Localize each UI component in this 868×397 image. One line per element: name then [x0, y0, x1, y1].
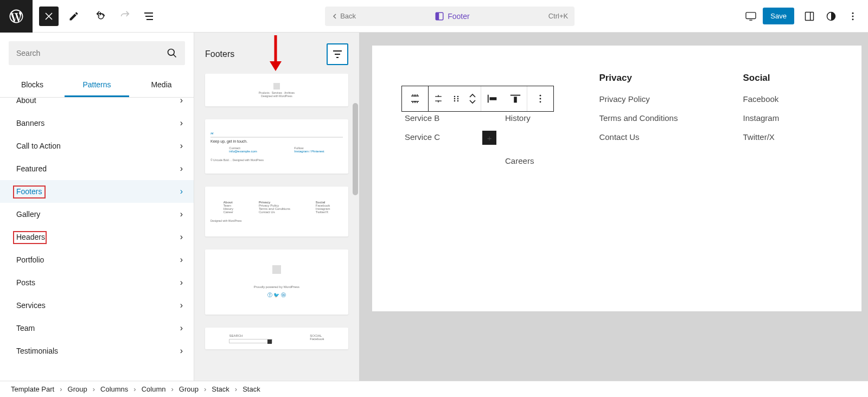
svg-point-16: [457, 100, 459, 102]
pattern-thumbnail[interactable]: SEARCHSOCIALFacebook: [205, 328, 348, 349]
pattern-thumbnail[interactable]: AboutTeamHistoryCareerPrivacyPrivacy Pol…: [205, 187, 348, 236]
back-label: Back: [340, 12, 356, 20]
svg-point-8: [852, 18, 853, 20]
breadcrumb-item[interactable]: Columns: [100, 385, 128, 393]
svg-rect-18: [490, 97, 497, 100]
chevron-right-icon: ›: [180, 323, 183, 333]
document-bar[interactable]: Back Footer Ctrl+K: [325, 7, 575, 26]
tab-media[interactable]: Media: [129, 74, 194, 97]
block-type-icon[interactable]: [402, 86, 428, 111]
device-preview-icon[interactable]: [741, 7, 761, 26]
tab-patterns[interactable]: Patterns: [65, 74, 129, 97]
move-up-icon[interactable]: [469, 93, 476, 99]
footer-column[interactable]: Social Facebook Instagram Twitter/X: [743, 73, 779, 175]
category-item-headers[interactable]: Headers ›: [0, 226, 194, 248]
svg-point-7: [852, 15, 853, 17]
category-item[interactable]: Banners›: [0, 112, 194, 135]
svg-point-22: [540, 98, 541, 100]
patterns-panel: Footers Products · Services · Archives D…: [194, 33, 359, 381]
pattern-thumbnail[interactable]: Products · Services · Archives Designed …: [205, 74, 348, 106]
undo-icon[interactable]: [91, 7, 111, 26]
editor-canvas[interactable]: x Service A Service B Service C x Team H…: [359, 33, 868, 381]
move-down-icon[interactable]: [469, 99, 476, 104]
svg-point-21: [540, 95, 541, 97]
svg-point-11: [454, 96, 456, 98]
styles-icon[interactable]: [821, 7, 841, 26]
category-item[interactable]: Gallery›: [0, 203, 194, 226]
category-item[interactable]: Posts›: [0, 271, 194, 294]
svg-point-14: [457, 98, 459, 100]
chevron-right-icon: ›: [180, 187, 183, 196]
right-tools: Save: [741, 7, 868, 26]
search-input[interactable]: [16, 49, 167, 57]
align-icon[interactable]: [481, 86, 504, 111]
search-icon: [167, 48, 177, 59]
block-toolbar: [401, 86, 554, 112]
breadcrumb-item[interactable]: Group: [179, 385, 199, 393]
svg-point-15: [454, 100, 456, 102]
scrollbar-thumb[interactable]: [353, 103, 358, 195]
svg-rect-2: [746, 12, 756, 18]
category-item[interactable]: Testimonials›: [0, 340, 194, 362]
breadcrumb-item[interactable]: Stack: [242, 385, 260, 393]
top-toolbar: Back Footer Ctrl+K Save: [0, 0, 868, 33]
save-button[interactable]: Save: [763, 8, 794, 24]
footer-column[interactable]: Privacy Privacy Policy Terms and Conditi…: [599, 73, 678, 175]
chevron-right-icon: ›: [180, 164, 183, 174]
sidebar-toggle-icon[interactable]: [800, 7, 819, 26]
redo-icon: [115, 7, 135, 26]
command-shortcut: Ctrl+K: [548, 12, 568, 20]
search-box[interactable]: [9, 41, 185, 65]
inserter-tabs: Blocks Patterns Media: [0, 74, 194, 98]
add-block-button[interactable]: +: [482, 131, 496, 145]
svg-point-9: [168, 49, 175, 56]
breadcrumb-item[interactable]: Column: [142, 385, 166, 393]
pattern-thumbnail[interactable]: /#/ Keep up, get in touch. Contactinfo@e…: [205, 119, 348, 174]
list-view-icon[interactable]: [139, 7, 158, 26]
chevron-right-icon: ›: [180, 118, 183, 128]
back-button[interactable]: Back: [331, 12, 356, 20]
main-area: Blocks Patterns Media About› Banners› Ca…: [0, 33, 868, 381]
breadcrumb-item[interactable]: Template Part: [11, 385, 54, 393]
parent-block-icon[interactable]: [429, 86, 448, 111]
drag-handle-icon[interactable]: [448, 86, 464, 111]
document-title[interactable]: Footer: [356, 11, 548, 21]
svg-point-12: [457, 96, 459, 98]
svg-rect-1: [436, 12, 439, 20]
svg-rect-20: [514, 97, 517, 103]
close-button[interactable]: [39, 7, 59, 26]
category-item[interactable]: Services›: [0, 294, 194, 317]
category-item-footers[interactable]: Footers ›: [0, 180, 194, 203]
category-item[interactable]: Featured›: [0, 157, 194, 180]
svg-point-13: [454, 98, 456, 100]
svg-line-10: [174, 55, 176, 57]
chevron-right-icon: ›: [180, 141, 183, 151]
patterns-panel-title: Footers: [205, 49, 234, 59]
svg-point-23: [540, 101, 541, 103]
chevron-right-icon: ›: [180, 278, 183, 287]
category-item[interactable]: Team›: [0, 317, 194, 340]
block-breadcrumb: Template Part› Group› Columns› Column› G…: [0, 381, 868, 397]
svg-point-6: [852, 12, 853, 14]
chevron-right-icon: ›: [180, 98, 183, 105]
block-options-icon[interactable]: [527, 86, 553, 111]
breadcrumb-item[interactable]: Stack: [212, 385, 229, 393]
category-item[interactable]: About›: [0, 98, 194, 112]
wordpress-logo[interactable]: [0, 0, 33, 33]
chevron-right-icon: ›: [180, 209, 183, 219]
svg-rect-3: [805, 12, 813, 20]
inserter-sidebar: Blocks Patterns Media About› Banners› Ca…: [0, 33, 194, 381]
chevron-right-icon: ›: [180, 346, 183, 356]
chevron-right-icon: ›: [180, 232, 183, 242]
template-part-icon: [435, 11, 444, 21]
breadcrumb-item[interactable]: Group: [68, 385, 87, 393]
move-up-down[interactable]: [464, 86, 481, 111]
vertical-align-icon[interactable]: [504, 86, 527, 111]
pattern-thumbnail[interactable]: Proudly powered by WordPress ⓕ 🐦 ⓦ: [205, 249, 348, 315]
more-options-icon[interactable]: [843, 7, 863, 26]
category-item[interactable]: Portfolio›: [0, 248, 194, 271]
filter-button[interactable]: [327, 43, 348, 65]
tab-blocks[interactable]: Blocks: [0, 74, 65, 97]
edit-tool-icon[interactable]: [64, 7, 84, 26]
category-item[interactable]: Call to Action›: [0, 135, 194, 157]
